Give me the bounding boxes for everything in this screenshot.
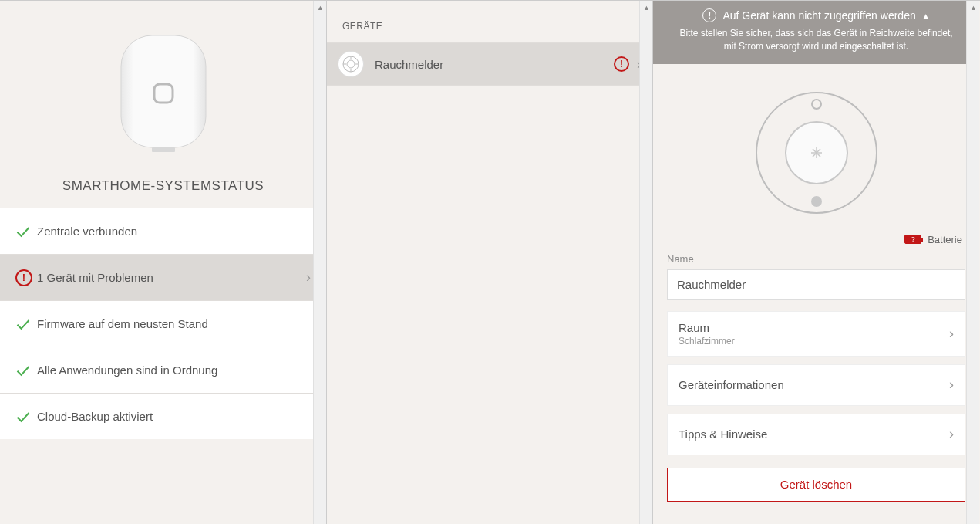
devices-panel: GERÄTE Rauchmelder ! › ▲ bbox=[327, 1, 653, 524]
device-item-rauchmelder[interactable]: Rauchmelder ! › bbox=[327, 42, 652, 86]
status-item-firmware[interactable]: Firmware auf dem neusten Stand bbox=[0, 300, 326, 347]
tips-label: Tipps & Hinweise bbox=[679, 428, 949, 441]
alert-icon: ! bbox=[614, 56, 629, 72]
hub-device-illustration bbox=[113, 32, 214, 155]
name-field-section: Name bbox=[653, 253, 979, 311]
status-item-connected[interactable]: Zentrale verbunden bbox=[0, 208, 326, 254]
smoke-detector-illustration bbox=[653, 64, 979, 234]
devices-header: GERÄTE bbox=[327, 1, 652, 42]
system-status-title: SMARTHOME-SYSTEMSTATUS bbox=[0, 178, 326, 208]
device-info-row[interactable]: Geräteinformationen › bbox=[667, 364, 965, 406]
device-label: Rauchmelder bbox=[375, 58, 614, 71]
battery-warning-icon bbox=[904, 235, 921, 244]
smoke-detector-small-icon bbox=[338, 51, 364, 77]
banner-title: Auf Gerät kann nicht zugegriffen werden bbox=[722, 9, 915, 22]
room-label: Raum bbox=[679, 321, 949, 334]
status-list: Zentrale verbunden ! 1 Gerät mit Problem… bbox=[0, 208, 326, 439]
system-status-panel: SMARTHOME-SYSTEMSTATUS Zentrale verbunde… bbox=[0, 1, 327, 524]
alert-icon: ! bbox=[15, 269, 37, 286]
status-label: Cloud-Backup aktiviert bbox=[37, 410, 311, 423]
scroll-up-icon[interactable]: ▲ bbox=[640, 1, 653, 14]
battery-status: Batterie bbox=[653, 234, 979, 253]
svg-rect-0 bbox=[121, 35, 206, 147]
chevron-right-icon: › bbox=[949, 377, 954, 393]
status-label: Firmware auf dem neusten Stand bbox=[37, 317, 311, 330]
status-label: Zentrale verbunden bbox=[37, 225, 311, 238]
tips-row[interactable]: Tipps & Hinweise › bbox=[667, 414, 965, 455]
svg-point-4 bbox=[347, 60, 355, 68]
scrollbar[interactable]: ▲ bbox=[639, 1, 652, 524]
room-row[interactable]: Raum Schlafzimmer › bbox=[667, 311, 965, 357]
chevron-right-icon: › bbox=[306, 269, 311, 286]
delete-device-button[interactable]: Gerät löschen bbox=[667, 468, 965, 502]
status-label: 1 Gerät mit Problemen bbox=[37, 271, 306, 284]
check-icon bbox=[15, 409, 37, 424]
scroll-up-icon[interactable]: ▲ bbox=[967, 1, 979, 14]
device-name-input[interactable] bbox=[667, 269, 965, 300]
device-info-label: Geräteinformationen bbox=[679, 378, 949, 391]
check-icon bbox=[15, 363, 37, 378]
status-label: Alle Anwendungen sind in Ordnung bbox=[37, 363, 311, 377]
battery-label: Batterie bbox=[928, 234, 962, 245]
scrollbar[interactable]: ▲ bbox=[313, 1, 326, 524]
name-label: Name bbox=[667, 253, 965, 265]
scrollbar[interactable]: ▲ bbox=[966, 1, 979, 524]
alert-icon: ! bbox=[702, 8, 716, 22]
banner-subtitle: Bitte stellen Sie sicher, dass sich das … bbox=[676, 27, 956, 53]
status-item-backup[interactable]: Cloud-Backup aktiviert bbox=[0, 393, 326, 439]
room-value: Schlafzimmer bbox=[679, 336, 949, 347]
warning-banner[interactable]: ! Auf Gerät kann nicht zugegriffen werde… bbox=[653, 1, 979, 64]
check-icon bbox=[15, 316, 37, 332]
detail-list: Raum Schlafzimmer › Geräteinformationen … bbox=[653, 311, 979, 455]
collapse-icon: ▲ bbox=[922, 12, 930, 20]
hub-image bbox=[0, 1, 326, 178]
status-item-problem[interactable]: ! 1 Gerät mit Problemen › bbox=[0, 254, 326, 300]
scroll-up-icon[interactable]: ▲ bbox=[314, 1, 327, 14]
check-icon bbox=[15, 224, 37, 239]
status-item-apps[interactable]: Alle Anwendungen sind in Ordnung bbox=[0, 347, 326, 393]
device-detail-panel: ! Auf Gerät kann nicht zugegriffen werde… bbox=[653, 1, 979, 524]
chevron-right-icon: › bbox=[949, 426, 954, 442]
svg-point-12 bbox=[811, 196, 822, 207]
chevron-right-icon: › bbox=[949, 326, 954, 342]
svg-rect-2 bbox=[152, 147, 175, 152]
